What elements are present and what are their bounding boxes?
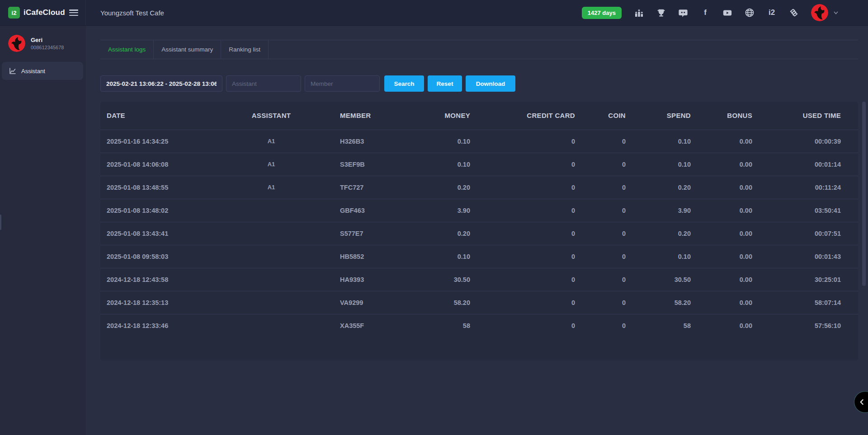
download-button[interactable]: Download bbox=[466, 75, 515, 92]
sidebar-scroll-indicator bbox=[0, 215, 1, 230]
cafe-title: Youngzsoft Test Cafe bbox=[100, 9, 164, 17]
cell-date: 2024-12-18 12:33:46 bbox=[100, 314, 240, 337]
icafecloud-logo-icon: i2 bbox=[8, 7, 20, 19]
cell-credit-card: 0 bbox=[470, 245, 575, 268]
column-header-coin: COIN bbox=[575, 102, 626, 130]
icafecloud-icon[interactable]: i2 bbox=[767, 8, 777, 18]
cell-credit-card: 0 bbox=[470, 314, 575, 337]
chevron-down-icon[interactable] bbox=[833, 10, 839, 15]
user-account: 008612345678 bbox=[31, 45, 64, 50]
cell-credit-card: 0 bbox=[470, 153, 575, 176]
cell-member: S3EF9B bbox=[303, 153, 402, 176]
table-row[interactable]: 2025-01-08 14:06:08A1S3EF9B0.10000.100.0… bbox=[100, 153, 858, 176]
sidebar: Geri 008612345678 Assistant bbox=[0, 26, 86, 435]
cell-used-time: 58:07:14 bbox=[752, 291, 858, 314]
cell-coin: 0 bbox=[575, 222, 626, 245]
user-avatar[interactable] bbox=[811, 4, 828, 21]
cell-coin: 0 bbox=[575, 245, 626, 268]
cell-assistant bbox=[240, 291, 303, 314]
table-row[interactable]: 2024-12-18 12:33:46XA355F5800580.0057:56… bbox=[100, 314, 858, 337]
cell-money: 58.20 bbox=[402, 291, 470, 314]
assistant-input[interactable] bbox=[226, 75, 301, 92]
sidebar-item-label: Assistant bbox=[21, 68, 45, 75]
days-badge[interactable]: 1427 days bbox=[582, 7, 622, 19]
cell-date: 2025-01-08 09:58:03 bbox=[100, 245, 240, 268]
cell-coin: 0 bbox=[575, 176, 626, 199]
cell-bonus: 0.00 bbox=[691, 291, 752, 314]
tab-assistant-summary[interactable]: Assistant summary bbox=[154, 40, 221, 59]
cell-coin: 0 bbox=[575, 153, 626, 176]
member-input[interactable] bbox=[305, 75, 380, 92]
globe-icon[interactable] bbox=[745, 8, 755, 18]
cell-spend: 30.50 bbox=[626, 268, 691, 291]
cell-bonus: 0.00 bbox=[691, 176, 752, 199]
table-row[interactable]: 2025-01-08 13:43:41S577E70.20000.200.000… bbox=[100, 222, 858, 245]
cell-date: 2025-01-16 14:34:25 bbox=[100, 130, 240, 153]
cell-bonus: 0.00 bbox=[691, 222, 752, 245]
cell-money: 0.10 bbox=[402, 130, 470, 153]
cell-bonus: 0.00 bbox=[691, 268, 752, 291]
cell-coin: 0 bbox=[575, 314, 626, 337]
cell-member: S577E7 bbox=[303, 222, 402, 245]
tab-strip: Assistant logs Assistant summary Ranking… bbox=[100, 40, 858, 59]
topbar-actions: 1427 days bbox=[582, 4, 868, 21]
table-row[interactable]: 2025-01-08 09:58:03HB58520.10000.100.000… bbox=[100, 245, 858, 268]
date-range-input[interactable] bbox=[100, 75, 222, 92]
facebook-icon[interactable]: f bbox=[700, 8, 710, 18]
cell-spend: 0.10 bbox=[626, 130, 691, 153]
cell-assistant: A1 bbox=[240, 130, 303, 153]
ranking-podium-icon[interactable] bbox=[634, 8, 644, 18]
youtube-icon[interactable] bbox=[722, 8, 732, 18]
user-name: Geri bbox=[31, 37, 64, 43]
scrollbar-thumb[interactable] bbox=[862, 102, 866, 286]
cell-assistant bbox=[240, 199, 303, 222]
cell-spend: 0.10 bbox=[626, 245, 691, 268]
cell-credit-card: 0 bbox=[470, 222, 575, 245]
cell-date: 2024-12-18 12:43:58 bbox=[100, 268, 240, 291]
cell-money: 0.20 bbox=[402, 176, 470, 199]
cell-member: HA9393 bbox=[303, 268, 402, 291]
cell-spend: 58 bbox=[626, 314, 691, 337]
tab-assistant-logs[interactable]: Assistant logs bbox=[100, 40, 154, 59]
table-row[interactable]: 2024-12-18 12:35:13VA929958.200058.200.0… bbox=[100, 291, 858, 314]
table-row[interactable]: 2025-01-16 14:34:25A1H326B30.10000.100.0… bbox=[100, 130, 858, 153]
sidebar-item-assistant[interactable]: Assistant bbox=[2, 62, 83, 80]
cell-member: XA355F bbox=[303, 314, 402, 337]
cell-assistant bbox=[240, 268, 303, 291]
sidebar-user[interactable]: Geri 008612345678 bbox=[0, 26, 86, 60]
reset-button[interactable]: Reset bbox=[428, 75, 462, 92]
trophy-icon[interactable] bbox=[656, 8, 666, 18]
column-header-member: MEMBER bbox=[303, 102, 402, 130]
column-header-money: MONEY bbox=[402, 102, 470, 130]
topbar: i2 iCafeCloud Youngzsoft Test Cafe 1427 … bbox=[0, 0, 868, 26]
tab-ranking-list[interactable]: Ranking list bbox=[221, 40, 269, 59]
sidebar-avatar bbox=[8, 35, 25, 52]
cell-money: 30.50 bbox=[402, 268, 470, 291]
menu-toggle-icon[interactable] bbox=[69, 9, 78, 16]
cell-credit-card: 0 bbox=[470, 268, 575, 291]
cell-member: H326B3 bbox=[303, 130, 402, 153]
cell-assistant: A1 bbox=[240, 153, 303, 176]
cell-used-time: 00:11:24 bbox=[752, 176, 858, 199]
brand-name: iCafeCloud bbox=[24, 8, 65, 17]
line-chart-icon bbox=[9, 67, 16, 75]
table-row[interactable]: 2025-01-08 13:48:02GBF4633.90003.900.000… bbox=[100, 199, 858, 222]
table-row[interactable]: 2024-12-18 12:43:58HA939330.500030.500.0… bbox=[100, 268, 858, 291]
cell-date: 2025-01-08 13:48:55 bbox=[100, 176, 240, 199]
column-header-bonus: BONUS bbox=[691, 102, 752, 130]
cell-member: GBF463 bbox=[303, 199, 402, 222]
search-button[interactable]: Search bbox=[384, 75, 424, 92]
filter-row: Search Reset Download bbox=[100, 75, 858, 92]
cell-assistant bbox=[240, 245, 303, 268]
discord-icon[interactable] bbox=[678, 8, 688, 18]
layers-icon[interactable] bbox=[789, 8, 799, 18]
cell-coin: 0 bbox=[575, 291, 626, 314]
brand[interactable]: i2 iCafeCloud bbox=[8, 7, 65, 19]
cell-credit-card: 0 bbox=[470, 176, 575, 199]
cell-used-time: 00:01:14 bbox=[752, 153, 858, 176]
logs-table-card: DATEASSISTANTMEMBERMONEYCREDIT CARDCOINS… bbox=[100, 102, 858, 360]
column-header-used-time: USED TIME bbox=[752, 102, 858, 130]
cell-used-time: 30:25:01 bbox=[752, 268, 858, 291]
cell-bonus: 0.00 bbox=[691, 199, 752, 222]
table-row[interactable]: 2025-01-08 13:48:55A1TFC7270.20000.200.0… bbox=[100, 176, 858, 199]
